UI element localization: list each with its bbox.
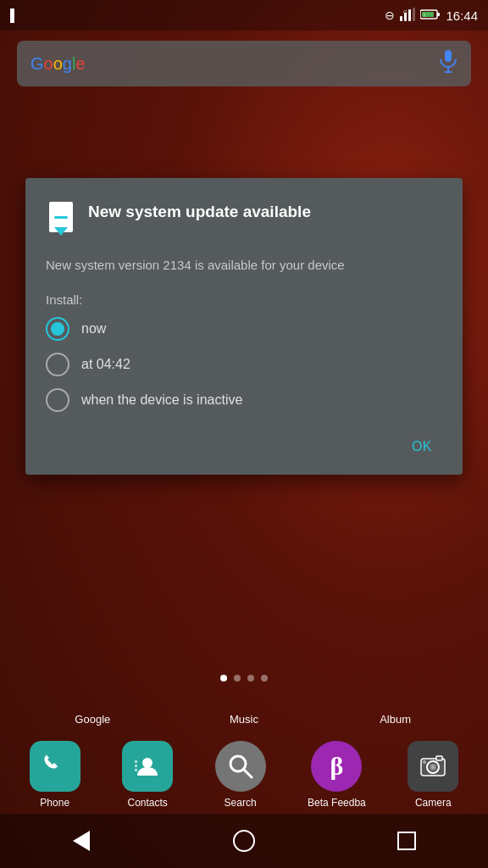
- system-update-dialog: New system update available New system v…: [25, 178, 463, 475]
- svg-point-23: [423, 760, 426, 764]
- install-options: now at 04:42 when the device is inactive: [46, 317, 442, 412]
- dock-label-google: Google: [58, 713, 126, 726]
- phone-icon: [30, 741, 80, 792]
- svg-point-21: [431, 765, 435, 769]
- dialog-title: New system update available: [88, 202, 311, 223]
- svg-text:!: !: [424, 13, 425, 18]
- svg-rect-0: [400, 16, 402, 21]
- battery-low-icon: ▌: [10, 8, 19, 22]
- install-option-now[interactable]: now: [46, 317, 442, 341]
- page-dot-4: [261, 675, 268, 682]
- dialog-header: New system update available: [46, 202, 442, 239]
- contacts-label: Contacts: [127, 797, 167, 809]
- nav-recents-button[interactable]: [381, 824, 432, 858]
- status-bar: ▌ ⊖ G ! 16:44: [0, 0, 488, 31]
- install-option-inactive[interactable]: when the device is inactive: [46, 388, 442, 412]
- phone-label: Phone: [40, 797, 69, 809]
- svg-rect-9: [445, 50, 452, 62]
- radio-time[interactable]: [46, 353, 69, 376]
- update-icon: [46, 202, 76, 239]
- status-right: ⊖ G ! 16:44: [385, 8, 478, 24]
- battery-icon: !: [420, 8, 441, 23]
- beta-label: Beta Feedba: [308, 797, 366, 809]
- beta-icon: β: [311, 741, 362, 792]
- signal-icon: G: [400, 8, 415, 24]
- page-dot-2: [234, 675, 241, 682]
- page-dot-3: [247, 675, 254, 682]
- search-icon: [215, 741, 266, 792]
- dock-item-camera[interactable]: Camera: [408, 741, 458, 809]
- radio-time-label: at 04:42: [81, 357, 130, 372]
- nav-home-button[interactable]: [219, 824, 269, 858]
- dock-labels-row: Google Music Album: [0, 713, 488, 726]
- svg-rect-14: [135, 765, 137, 767]
- dock-item-contacts[interactable]: Contacts: [122, 741, 173, 809]
- dialog-actions: OK: [46, 432, 442, 461]
- recents-icon: [397, 832, 416, 850]
- svg-rect-6: [437, 13, 440, 16]
- nav-back-button[interactable]: [56, 824, 107, 858]
- dock-label-album: Album: [362, 713, 430, 726]
- install-option-time[interactable]: at 04:42: [46, 353, 442, 376]
- contacts-icon: [122, 741, 173, 792]
- do-not-disturb-icon: ⊖: [385, 8, 395, 22]
- home-icon: [233, 830, 255, 852]
- bottom-dock: Phone Contacts Search β Beta Feedba: [0, 741, 488, 809]
- page-dot-1: [220, 675, 227, 682]
- radio-now[interactable]: [46, 317, 69, 341]
- svg-line-17: [244, 770, 252, 777]
- svg-rect-22: [436, 756, 442, 760]
- nav-bar: [0, 814, 488, 868]
- radio-now-inner: [51, 322, 64, 336]
- ok-button[interactable]: OK: [402, 432, 442, 461]
- dock-item-phone[interactable]: Phone: [30, 741, 80, 809]
- radio-now-label: now: [81, 321, 106, 337]
- page-indicators: [0, 675, 488, 682]
- google-search-bar[interactable]: Google: [17, 41, 471, 86]
- google-logo: Google: [30, 54, 86, 74]
- svg-point-12: [142, 758, 152, 768]
- svg-rect-2: [408, 9, 411, 21]
- radio-inactive-label: when the device is inactive: [81, 392, 242, 408]
- svg-rect-15: [135, 769, 137, 771]
- status-time: 16:44: [446, 8, 478, 23]
- svg-text:G: G: [403, 9, 408, 14]
- back-icon: [73, 831, 90, 851]
- dock-label-music: Music: [210, 713, 278, 726]
- dock-item-beta[interactable]: β Beta Feedba: [308, 741, 366, 809]
- camera-icon: [408, 741, 458, 792]
- svg-rect-13: [135, 760, 137, 763]
- status-left: ▌: [10, 8, 19, 22]
- dialog-message: New system version 2134 is available for…: [46, 256, 442, 275]
- radio-inactive[interactable]: [46, 388, 69, 412]
- search-label: Search: [225, 797, 257, 809]
- svg-rect-3: [413, 8, 415, 21]
- install-label: Install:: [46, 292, 442, 307]
- camera-label: Camera: [415, 797, 452, 809]
- mic-icon[interactable]: [439, 49, 458, 78]
- dock-item-search[interactable]: Search: [215, 741, 266, 809]
